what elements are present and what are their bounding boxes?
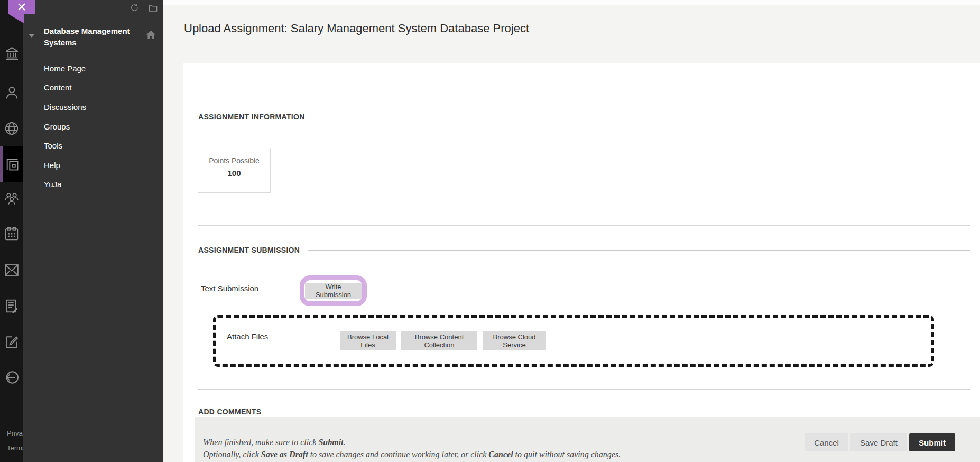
globe-icon[interactable] [0,121,23,136]
submit-button[interactable]: Submit [909,433,955,451]
assignment-information-heading: ASSIGNMENT INFORMATION [198,113,305,121]
caret-down-icon[interactable] [29,34,35,38]
close-icon [17,2,26,12]
text-submission-label: Text Submission [201,284,258,293]
calendar-icon[interactable] [0,226,23,242]
add-comments-heading: ADD COMMENTS [198,408,261,416]
course-title[interactable]: Database Management Systems [44,25,143,49]
cancel-button[interactable]: Cancel [805,433,848,451]
browse-content-collection-button[interactable]: Browse Content Collection [401,331,477,350]
write-submission-button[interactable]: Write Submission [305,283,362,299]
section-divider [198,225,970,226]
points-possible-label: Points Possible [198,156,270,165]
institution-icon[interactable] [0,45,23,61]
attach-files-label: Attach Files [227,332,268,341]
assignment-form-panel: ASSIGNMENT INFORMATION Points Possible 1… [183,63,980,462]
section-divider [198,389,970,390]
assignment-submission-heading: ASSIGNMENT SUBMISSION [198,246,300,254]
points-possible-box: Points Possible 100 [198,149,271,193]
menu-item-discussions[interactable]: Discussions [44,97,158,117]
heading-rule [313,117,970,117]
courses-icon [5,156,20,172]
menu-item-tools[interactable]: Tools [44,136,158,155]
menu-item-content[interactable]: Content [44,78,158,98]
groups-icon[interactable] [0,191,23,207]
menu-item-help[interactable]: Help [44,155,158,175]
logout-icon[interactable] [0,369,23,386]
browse-buttons-row: Browse Local Files Browse Content Collec… [340,331,546,350]
compose-icon[interactable] [0,334,23,349]
course-menu-panel: Database Management Systems Home Page Co… [23,0,163,462]
browse-local-files-button[interactable]: Browse Local Files [340,331,396,350]
upload-assignment-page: Privacy Terms Database Management System… [0,0,980,462]
save-draft-button[interactable]: Save Draft [850,433,907,451]
action-buttons: Cancel Save Draft Submit [805,433,955,451]
top-strip [163,0,980,5]
mail-icon[interactable] [0,263,23,278]
page-title: Upload Assignment: Salary Management Sys… [184,22,529,35]
points-possible-value: 100 [198,169,270,178]
write-submission-highlight-ring: Write Submission [300,275,367,306]
menu-item-home-page[interactable]: Home Page [44,59,158,78]
browse-cloud-service-button[interactable]: Browse Cloud Service [483,331,546,350]
folder-icon[interactable] [149,4,158,12]
menu-item-yuja[interactable]: YuJa [44,175,158,195]
active-indicator-bar [0,146,3,182]
submission-instructions: When finished, make sure to click Submit… [203,436,621,460]
instruction-line-1: When finished, make sure to click Submit… [203,436,621,448]
submit-action-bar: When finished, make sure to click Submit… [195,417,980,462]
attach-files-dropzone[interactable] [213,315,934,367]
refresh-icon[interactable] [130,3,139,12]
sidebar-item-courses-active[interactable] [0,146,24,182]
heading-rule [308,250,970,251]
profile-icon[interactable] [0,85,23,100]
instruction-line-2: Optionally, click Save as Draft to save … [203,448,621,460]
home-icon[interactable] [145,29,156,40]
menu-item-groups[interactable]: Groups [44,117,158,136]
heading-rule [269,412,970,412]
notes-icon[interactable] [0,298,23,314]
section-assignment-submission: ASSIGNMENT SUBMISSION [198,246,970,254]
course-menu-list: Home Page Content Discussions Groups Too… [44,59,158,194]
section-add-comments: ADD COMMENTS [198,408,970,416]
section-assignment-information: ASSIGNMENT INFORMATION [198,113,970,121]
global-nav-rail: Privacy Terms [0,0,23,462]
